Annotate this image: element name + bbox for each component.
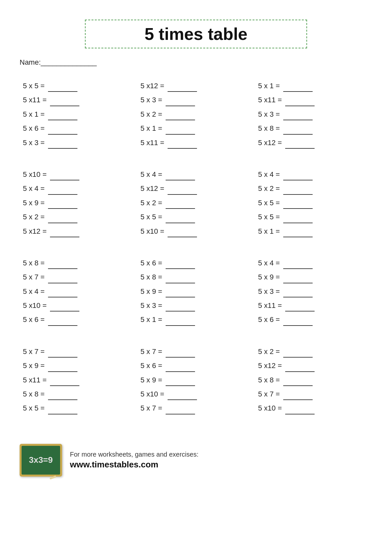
problem: 5 x 9 = (23, 197, 131, 209)
problem: 5 x 6 = (258, 313, 366, 326)
problem: 5 x 9 = (23, 360, 131, 372)
section-1-col-2: 5 x12 = 5 x 3 = 5 x 2 = 5 x 1 = 5 x11 = (137, 76, 255, 152)
problem: 5 x 6 = (140, 360, 248, 372)
section-2-col-3: 5 x 4 = 5 x 2 = 5 x 5 = 5 x 5 = 5 x 1 = (255, 165, 372, 241)
problem: 5 x 3 = (258, 285, 366, 297)
problem: 5 x 5 = (23, 80, 131, 92)
problem: 5 x 1 = (258, 225, 366, 237)
problem: 5 x12 = (258, 137, 366, 149)
problem: 5 x11 = (23, 374, 131, 386)
problem: 5 x12 = (140, 182, 248, 194)
problem: 5 x 5 = (258, 211, 366, 223)
problem: 5 x 3 = (23, 137, 131, 149)
problem: 5 x 2 = (140, 197, 248, 209)
section-3: 5 x 8 = 5 x 7 = 5 x 4 = 5 x10 = 5 x 6 = … (20, 254, 372, 329)
problem: 5 x 5 = (258, 197, 366, 209)
problem: 5 x 7 = (23, 345, 131, 358)
footer-description: For more worksheets, games and exercises… (70, 451, 199, 458)
section-4: 5 x 7 = 5 x 9 = 5 x11 = 5 x 8 = 5 x 5 = … (20, 342, 372, 418)
problem: 5 x11 = (258, 299, 366, 311)
problem: 5 x12 = (140, 80, 248, 92)
problem: 5 x 4 = (23, 182, 131, 194)
section-1: 5 x 5 = 5 x11 = 5 x 1 = 5 x 6 = 5 x 3 = … (20, 76, 372, 152)
problem: 5 x 8 = (23, 388, 131, 400)
problem: 5 x 9 = (140, 285, 248, 297)
problem: 5 x 6 = (23, 313, 131, 326)
section-3-col-1: 5 x 8 = 5 x 7 = 5 x 4 = 5 x10 = 5 x 6 = (20, 254, 137, 329)
problem: 5 x10 = (140, 225, 248, 237)
section-2: 5 x10 = 5 x 4 = 5 x 9 = 5 x 2 = 5 x12 = … (20, 165, 372, 241)
problem: 5 x 6 = (23, 122, 131, 134)
chalkboard: 3x3=9 (20, 444, 62, 477)
problem: 5 x 7 = (140, 345, 248, 358)
problem: 5 x12 = (23, 225, 131, 237)
title-box: 5 times table (85, 20, 307, 48)
section-1-col-1: 5 x 5 = 5 x11 = 5 x 1 = 5 x 6 = 5 x 3 = (20, 76, 137, 152)
problem: 5 x11 = (258, 94, 366, 106)
section-4-col-2: 5 x 7 = 5 x 6 = 5 x 9 = 5 x10 = 5 x 7 = (137, 342, 255, 418)
problem: 5 x 7 = (140, 402, 248, 414)
problem: 5 x 1 = (140, 122, 248, 134)
problem: 5 x 2 = (23, 211, 131, 223)
problem: 5 x 8 = (258, 122, 366, 134)
footer-url: www.timestables.com (70, 460, 199, 470)
section-3-col-3: 5 x 4 = 5 x 9 = 5 x 3 = 5 x11 = 5 x 6 = (255, 254, 372, 329)
problem: 5 x 3 = (258, 108, 366, 120)
problem: 5 x10 = (258, 402, 366, 414)
footer: 3x3=9 For more worksheets, games and exe… (20, 437, 372, 477)
problem: 5 x 2 = (258, 345, 366, 358)
problem: 5 x 3 = (140, 299, 248, 311)
problem: 5 x 1 = (140, 313, 248, 326)
problem: 5 x 7 = (258, 388, 366, 400)
section-2-col-2: 5 x 4 = 5 x12 = 5 x 2 = 5 x 5 = 5 x10 = (137, 165, 255, 241)
problem: 5 x11 = (23, 94, 131, 106)
chalkboard-inner: 3x3=9 (22, 446, 60, 475)
problem: 5 x 4 = (258, 168, 366, 180)
problem: 5 x 1 = (23, 108, 131, 120)
name-line: Name:______________ (20, 58, 372, 67)
problem: 5 x12 = (258, 360, 366, 372)
chalk-icon (50, 476, 57, 479)
problem: 5 x 3 = (140, 94, 248, 106)
problem: 5 x 5 = (140, 211, 248, 223)
section-4-col-3: 5 x 2 = 5 x12 = 5 x 8 = 5 x 7 = 5 x10 = (255, 342, 372, 418)
problem: 5 x 9 = (140, 374, 248, 386)
problem: 5 x 7 = (23, 271, 131, 283)
chalkboard-text: 3x3=9 (29, 455, 53, 465)
problem: 5 x10 = (140, 388, 248, 400)
section-2-col-1: 5 x10 = 5 x 4 = 5 x 9 = 5 x 2 = 5 x12 = (20, 165, 137, 241)
problem: 5 x 6 = (140, 257, 248, 269)
problem: 5 x 5 = (23, 402, 131, 414)
problem: 5 x 8 = (258, 374, 366, 386)
problem: 5 x11 = (140, 137, 248, 149)
problem: 5 x10 = (23, 299, 131, 311)
section-4-col-1: 5 x 7 = 5 x 9 = 5 x11 = 5 x 8 = 5 x 5 = (20, 342, 137, 418)
problem: 5 x 4 = (258, 257, 366, 269)
problem: 5 x 8 = (23, 257, 131, 269)
section-3-col-2: 5 x 6 = 5 x 8 = 5 x 9 = 5 x 3 = 5 x 1 = (137, 254, 255, 329)
problem: 5 x 2 = (140, 108, 248, 120)
sections-wrapper: 5 x 5 = 5 x11 = 5 x 1 = 5 x 6 = 5 x 3 = … (20, 76, 372, 421)
problem: 5 x 8 = (140, 271, 248, 283)
footer-text: For more worksheets, games and exercises… (70, 451, 199, 470)
problem: 5 x 2 = (258, 182, 366, 194)
problem: 5 x 9 = (258, 271, 366, 283)
page-title: 5 times table (144, 24, 247, 44)
problem: 5 x10 = (23, 168, 131, 180)
section-1-col-3: 5 x 1 = 5 x11 = 5 x 3 = 5 x 8 = 5 x12 = (255, 76, 372, 152)
problem: 5 x 1 = (258, 80, 366, 92)
problem: 5 x 4 = (140, 168, 248, 180)
problem: 5 x 4 = (23, 285, 131, 297)
